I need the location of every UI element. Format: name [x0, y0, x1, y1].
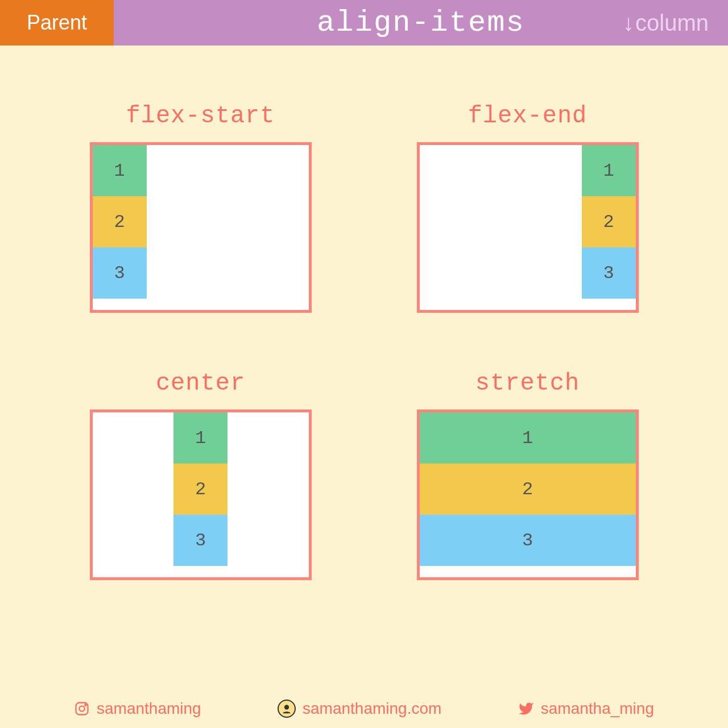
instagram-link[interactable]: samanthaming: [74, 700, 201, 718]
flex-item-1: 1: [582, 145, 636, 196]
example-flex-start: flex-start 1 2 3: [74, 102, 327, 313]
flex-item-1: 1: [420, 412, 636, 464]
flex-container: 1 2 3: [90, 410, 312, 580]
flex-container: 1 2 3: [417, 142, 639, 313]
flex-item-1: 1: [93, 145, 147, 196]
page-title: align-items: [317, 6, 524, 40]
svg-point-3: [284, 705, 289, 709]
flex-item-3: 3: [420, 515, 636, 566]
flex-item-2: 2: [93, 196, 147, 247]
example-label: flex-end: [468, 102, 588, 130]
example-flex-end: flex-end 1 2 3: [401, 102, 654, 313]
footer: samanthaming samanthaming.com samantha_m…: [0, 700, 728, 718]
flex-item-3: 3: [582, 247, 636, 299]
flex-container: 1 2 3: [90, 142, 312, 313]
instagram-handle: samanthaming: [97, 700, 201, 718]
flex-item-1: 1: [173, 412, 228, 464]
twitter-icon: [518, 701, 534, 717]
direction-label: column: [635, 10, 709, 36]
twitter-handle: samantha_ming: [541, 700, 654, 718]
examples-grid: flex-start 1 2 3 flex-end 1 2 3 center 1…: [0, 46, 728, 614]
arrow-down-icon: ↓: [623, 10, 634, 36]
flex-item-3: 3: [93, 247, 147, 299]
flex-item-2: 2: [420, 464, 636, 515]
example-label: flex-start: [126, 102, 275, 130]
flex-item-3: 3: [173, 515, 228, 566]
example-label: center: [156, 370, 245, 397]
website-url: samanthaming.com: [303, 700, 441, 718]
website-link[interactable]: samanthaming.com: [278, 700, 441, 718]
svg-point-1: [79, 706, 84, 711]
flex-item-2: 2: [173, 464, 228, 515]
instagram-icon: [74, 701, 90, 717]
flex-direction-indicator: ↓ column: [623, 0, 709, 46]
svg-point-2: [85, 704, 86, 705]
twitter-link[interactable]: samantha_ming: [518, 700, 654, 718]
example-label: stretch: [475, 370, 580, 397]
flex-container: 1 2 3: [417, 410, 639, 580]
example-center: center 1 2 3: [74, 370, 327, 580]
flex-item-2: 2: [582, 196, 636, 247]
parent-tag: Parent: [0, 0, 114, 46]
header: Parent align-items ↓ column: [0, 0, 728, 46]
avatar-icon: [278, 700, 296, 718]
example-stretch: stretch 1 2 3: [401, 370, 654, 580]
